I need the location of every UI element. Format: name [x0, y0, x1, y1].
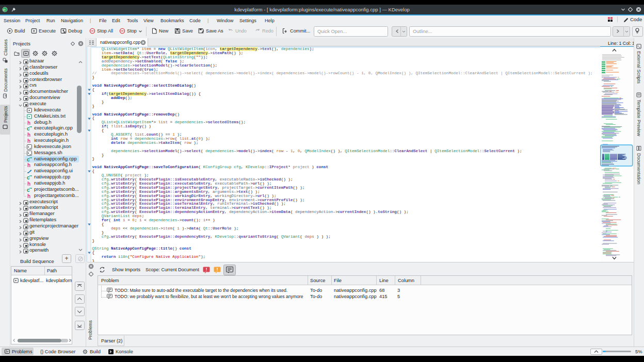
- svg-text:h: h: [27, 138, 30, 143]
- svg-text:h: h: [27, 193, 30, 199]
- svg-text:h: h: [27, 181, 30, 186]
- svg-text:c: c: [27, 157, 30, 162]
- svg-text:c: c: [27, 175, 30, 180]
- svg-text:c: c: [27, 126, 30, 131]
- svg-text:c: c: [27, 187, 30, 192]
- svg-text:h: h: [27, 120, 30, 125]
- svg-text:h: h: [27, 162, 30, 168]
- svg-text:h: h: [27, 132, 30, 137]
